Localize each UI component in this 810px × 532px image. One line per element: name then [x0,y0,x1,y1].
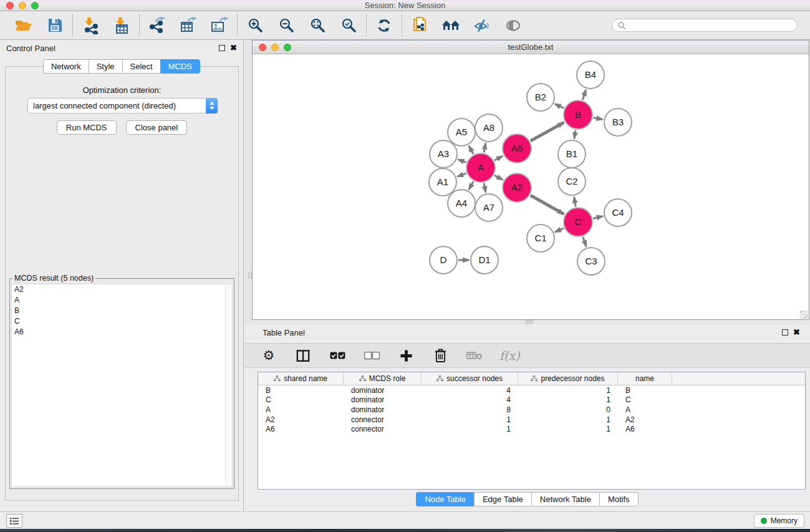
node-A2[interactable]: A2 [503,173,531,202]
edge-A-A8[interactable] [484,143,486,152]
column-header-successor-nodes[interactable]: successor nodes [422,372,518,385]
table-cell[interactable]: A [618,405,672,414]
control-tab-network[interactable]: Network [43,59,89,74]
table-cell[interactable]: A6 [618,425,672,433]
table-cell[interactable]: connector [344,415,422,424]
table-cell[interactable]: A [258,405,344,414]
table-cell[interactable]: dominator [344,395,422,404]
open-session-icon[interactable] [14,16,33,35]
home-layout-icon[interactable] [441,16,460,35]
edge-B-B1[interactable] [574,130,576,139]
table-cell[interactable]: 4 [422,386,518,395]
edge-B-B3[interactable] [594,118,603,120]
table-cell[interactable]: B [618,386,672,395]
save-session-icon[interactable] [46,16,64,35]
table-cell[interactable]: dominator [344,405,422,414]
result-item[interactable]: A6 [12,327,232,337]
table-row[interactable]: A2connector11A2 [258,415,805,425]
table-cell[interactable]: 1 [518,395,618,404]
node-A6[interactable]: A6 [503,134,531,163]
edge-C-C4[interactable] [593,216,602,219]
edge-A6-B[interactable] [531,123,564,141]
result-item[interactable]: B [12,306,232,316]
table-settings-gear-icon[interactable]: ⚙ [259,346,278,365]
table-cell[interactable]: C [618,395,672,404]
table-cell[interactable]: dominator [344,386,422,395]
table-row[interactable]: A6connector11A6 [258,424,805,434]
edge-A-A4[interactable] [469,181,473,190]
node-B[interactable]: B [564,100,592,129]
column-header-predecessor-nodes[interactable]: predecessor nodes [518,372,618,385]
edge-B-B2[interactable] [555,104,564,109]
node-A8[interactable]: A8 [475,114,503,142]
close-panel-button[interactable]: Close panel [126,120,188,135]
delete-column-icon[interactable] [431,346,450,365]
node-B3[interactable]: B3 [604,109,632,136]
float-table-panel-icon[interactable] [782,329,788,336]
control-tab-select[interactable]: Select [122,59,160,74]
tab-motifs[interactable]: Motifs [599,492,639,506]
network-graph[interactable]: B4B2BB3A5A8A6B1A3AA1C2A2A4A7C4CC1DD1C3 [253,54,809,319]
table-row[interactable]: Cdominator41C [258,395,805,405]
zoom-in-icon[interactable] [246,16,264,35]
edge-A-A1[interactable] [457,173,466,177]
node-C2[interactable]: C2 [558,168,586,195]
new-network-from-selection-icon[interactable] [410,16,429,35]
node-B4[interactable]: B4 [577,61,604,89]
edge-A-A7[interactable] [484,183,486,192]
node-D[interactable]: D [430,246,457,274]
horizontal-splitter[interactable] [0,320,810,324]
table-cell[interactable]: 1 [518,386,618,395]
split-columns-icon[interactable] [294,346,312,365]
float-panel-icon[interactable] [219,45,225,51]
resize-grip-icon[interactable] [800,311,808,319]
table-cell[interactable]: 4 [422,395,518,404]
control-tab-mcds[interactable]: MCDS [160,59,200,74]
close-table-panel-icon[interactable]: ✖ [793,329,800,336]
table-cell[interactable]: B [258,386,344,395]
column-header-name[interactable]: name [618,372,672,385]
mcds-result-list[interactable]: A2ABCA6 [11,284,233,487]
table-row[interactable]: Adominator80A [258,405,805,415]
network-canvas[interactable]: B4B2BB3A5A8A6B1A3AA1C2A2A4A7C4CC1DD1C3 [253,54,809,319]
table-cell[interactable]: A6 [258,425,344,433]
tab-edge-table[interactable]: Edge Table [474,492,531,506]
export-network-icon[interactable] [148,16,166,35]
node-D1[interactable]: D1 [471,246,498,274]
network-window-titlebar[interactable]: testGlobe.txt [253,41,809,54]
table-cell[interactable]: A2 [618,415,672,424]
edge-A2-C[interactable] [531,195,564,214]
task-history-button[interactable] [6,514,22,528]
table-cell[interactable]: 1 [518,415,618,424]
splitter-handle[interactable] [248,273,252,278]
edge-A-A5[interactable] [469,146,473,154]
import-table-icon[interactable] [112,16,131,35]
result-scrollbar[interactable] [225,284,232,486]
search-box[interactable] [612,19,798,32]
node-B1[interactable]: B1 [558,140,586,168]
table-cell[interactable]: connector [344,425,422,433]
node-table[interactable]: shared nameMCDS rolesuccessor nodesprede… [258,372,806,490]
node-C3[interactable]: C3 [577,248,605,275]
export-image-icon[interactable] [210,16,229,35]
column-header-shared-name[interactable]: shared name [258,372,344,385]
edge-C-C2[interactable] [574,197,576,207]
node-C4[interactable]: C4 [604,199,632,226]
tab-node-table[interactable]: Node Table [416,492,474,506]
hide-selected-icon[interactable] [473,16,491,35]
node-C1[interactable]: C1 [527,225,554,252]
control-tab-style[interactable]: Style [89,59,122,74]
edge-A-A2[interactable] [494,175,503,180]
select-all-columns-icon[interactable] [328,346,347,365]
import-network-icon[interactable] [81,16,100,35]
table-cell[interactable]: C [258,395,344,404]
table-cell[interactable]: A2 [258,415,344,424]
run-mcds-button[interactable]: Run MCDS [57,120,117,135]
table-row[interactable]: Bdominator41B [258,385,805,395]
node-A4[interactable]: A4 [448,190,475,217]
node-C[interactable]: C [564,208,592,236]
add-column-icon[interactable] [397,346,415,365]
edge-A-A3[interactable] [458,160,466,163]
optimization-criterion-dropdown[interactable]: largest connected component (directed) [27,98,218,114]
memory-button[interactable]: Memory [754,514,804,528]
